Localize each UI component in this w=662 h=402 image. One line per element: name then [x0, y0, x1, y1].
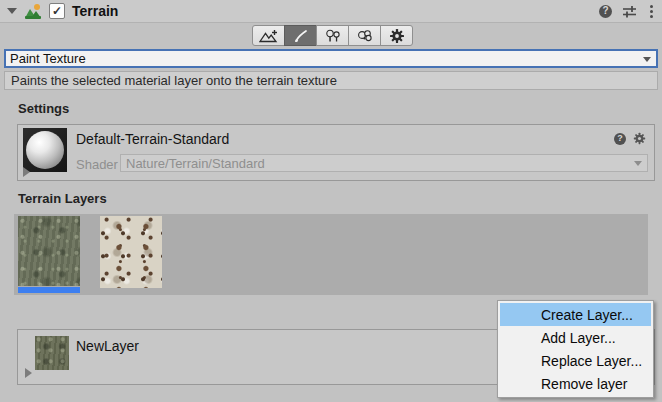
material-name: Default-Terrain-Standard: [76, 131, 229, 147]
terrain-settings-button[interactable]: [380, 25, 413, 46]
material-help-icon[interactable]: ?: [614, 133, 626, 145]
chevron-down-icon: [634, 161, 642, 166]
menu-item-replace-layer[interactable]: Replace Layer...: [500, 349, 651, 372]
mode-help-text: Paints the selected material layer onto …: [11, 73, 337, 88]
terrain-component-icon: [25, 4, 42, 19]
paintbrush-icon: [292, 29, 310, 43]
terrain-layer-rock-thumbnail[interactable]: [100, 216, 162, 288]
menu-item-add-layer[interactable]: Add Layer...: [500, 326, 651, 349]
material-gear-icon[interactable]: [633, 132, 646, 145]
gear-icon: [389, 28, 405, 44]
terrain-tool-bar: [252, 25, 413, 46]
settings-section-label: Settings: [18, 101, 69, 116]
shader-label: Shader: [76, 157, 118, 172]
new-layer-name: NewLayer: [76, 338, 139, 354]
material-foldout-icon[interactable]: [23, 167, 30, 177]
tree-icon: [324, 29, 342, 43]
shader-dropdown: Nature/Terrain/Standard: [120, 154, 648, 172]
shader-value: Nature/Terrain/Standard: [126, 156, 265, 171]
menu-item-create-layer[interactable]: Create Layer...: [500, 303, 651, 326]
terrain-layers-palette: [14, 214, 648, 295]
mountain-plus-icon: [259, 29, 279, 43]
paint-trees-button[interactable]: [316, 25, 349, 46]
component-title: Terrain: [72, 3, 118, 19]
component-foldout-icon[interactable]: [7, 8, 17, 14]
paint-mode-value: Paint Texture: [10, 51, 86, 66]
terrain-layers-section-label: Terrain Layers: [18, 191, 107, 206]
mode-help-box: Paints the selected material layer onto …: [4, 71, 658, 90]
help-icon[interactable]: ?: [599, 5, 612, 18]
paint-terrain-button[interactable]: [284, 25, 317, 46]
paint-details-button[interactable]: [348, 25, 381, 46]
grass-details-icon: [356, 29, 374, 43]
new-layer-thumbnail: [35, 336, 69, 370]
component-enabled-checkbox[interactable]: ✓: [49, 3, 65, 19]
terrain-inspector: ✓ Terrain ?: [0, 0, 662, 402]
component-header: ✓ Terrain ?: [0, 0, 662, 23]
paint-mode-dropdown[interactable]: Paint Texture: [4, 49, 658, 68]
layer-context-menu: Create Layer... Add Layer... Replace Lay…: [497, 300, 654, 398]
material-preview: [23, 128, 67, 172]
terrain-layer-grass-thumbnail[interactable]: [18, 216, 80, 286]
selected-layer-indicator: [18, 287, 80, 293]
material-element: Default-Terrain-Standard ? Shader Nature…: [17, 124, 655, 181]
chevron-down-icon: [643, 57, 651, 62]
new-layer-foldout-icon[interactable]: [25, 368, 32, 378]
presets-icon[interactable]: [622, 5, 637, 18]
menu-item-remove-layer[interactable]: Remove layer: [500, 372, 651, 395]
more-menu-icon[interactable]: [647, 4, 656, 19]
create-neighbor-terrains-button[interactable]: [252, 25, 285, 46]
